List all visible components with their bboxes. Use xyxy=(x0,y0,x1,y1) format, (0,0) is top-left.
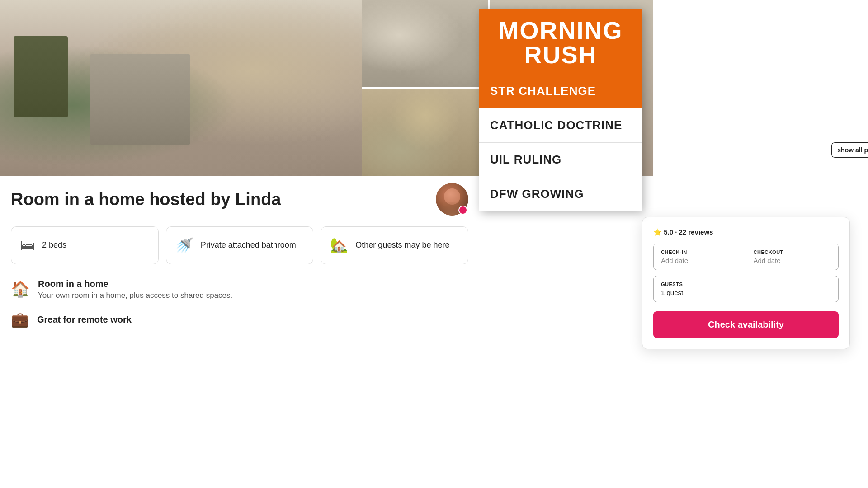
photo-side-bottom[interactable] xyxy=(362,89,488,176)
bathroom-text: Private attached bathroom xyxy=(201,240,296,250)
room-type-section: 🏠 Room in a home Your own room in a home… xyxy=(11,279,468,300)
checkin-label: CHECK-IN xyxy=(661,249,739,255)
host-avatar-wrapper[interactable] xyxy=(436,183,468,216)
guests-text: Other guests may be here xyxy=(355,240,449,250)
dfw-growing-label: DFW GROWING xyxy=(490,187,584,201)
show-all-photos-partial: show all p xyxy=(831,142,868,158)
photo-main[interactable] xyxy=(0,0,362,176)
catholic-doctrine-label: CATHOLIC DOCTRINE xyxy=(490,118,622,132)
check-row: CHECK-IN Add date CHECKOUT Add date xyxy=(653,244,839,270)
guests-icon: 🏡 xyxy=(330,237,348,254)
morning-rush-body: STR CHALLENGE CATHOLIC DOCTRINE UIL RULI… xyxy=(479,74,642,211)
checkin-value: Add date xyxy=(661,257,739,264)
listing-title: Room in a home hosted by Linda xyxy=(11,190,281,209)
feature-card-beds: 🛏 2 beds xyxy=(11,226,159,264)
checkin-cell[interactable]: CHECK-IN Add date xyxy=(654,244,746,270)
check-availability-button[interactable]: Check availability xyxy=(653,311,839,338)
morning-rush-overlay: MORNING RUSH STR CHALLENGE CATHOLIC DOCT… xyxy=(479,9,642,211)
feature-card-bathroom: 🚿 Private attached bathroom xyxy=(166,226,314,264)
guests-label: GUESTS xyxy=(661,282,831,287)
room-type-desc: Your own room in a home, plus access to … xyxy=(38,291,232,300)
booking-rating: ⭐ 5.0 · 22 reviews xyxy=(653,228,839,236)
morning-rush-header: MORNING RUSH xyxy=(479,9,642,74)
room-type-title: Room in a home xyxy=(38,279,232,289)
host-avatar-badge xyxy=(458,206,467,215)
morning-rush-title: MORNING RUSH xyxy=(490,18,631,67)
beds-text: 2 beds xyxy=(42,240,66,250)
morning-rush-item-uil-ruling[interactable]: UIL RULING xyxy=(479,143,642,177)
feature-card-guests: 🏡 Other guests may be here xyxy=(321,226,468,264)
photo-side xyxy=(362,0,488,176)
guests-row[interactable]: GUESTS 1 guest xyxy=(653,276,839,302)
remote-work-section: 💼 Great for remote work xyxy=(11,311,468,328)
remote-work-icon: 💼 xyxy=(11,311,29,328)
main-content: Room in a home hosted by Linda 🛏 2 beds … xyxy=(0,183,479,328)
beds-icon: 🛏 xyxy=(20,237,35,254)
morning-rush-item-catholic-doctrine[interactable]: CATHOLIC DOCTRINE xyxy=(479,108,642,143)
guests-value: 1 guest xyxy=(661,289,831,296)
morning-rush-item-str-challenge[interactable]: STR CHALLENGE xyxy=(479,74,642,108)
room-type-info: Room in a home Your own room in a home, … xyxy=(38,279,232,300)
checkout-label: CHECKOUT xyxy=(754,249,831,255)
bathroom-icon: 🚿 xyxy=(175,237,193,254)
photo-grid xyxy=(0,0,488,176)
checkout-cell[interactable]: CHECKOUT Add date xyxy=(746,244,839,270)
booking-panel-top: ⭐ 5.0 · 22 reviews CHECK-IN Add date CHE… xyxy=(642,217,849,302)
room-type-icon: 🏠 xyxy=(11,280,30,298)
feature-cards: 🛏 2 beds 🚿 Private attached bathroom 🏡 O… xyxy=(11,226,468,264)
uil-ruling-label: UIL RULING xyxy=(490,153,561,166)
checkout-value: Add date xyxy=(754,257,831,264)
rating-stars: 5.0 · 22 reviews xyxy=(664,228,713,236)
listing-title-row: Room in a home hosted by Linda xyxy=(11,183,468,216)
photo-side-top[interactable] xyxy=(362,0,488,87)
booking-panel: ⭐ 5.0 · 22 reviews CHECK-IN Add date CHE… xyxy=(642,217,850,349)
str-challenge-label: STR CHALLENGE xyxy=(490,84,596,98)
remote-work-text: Great for remote work xyxy=(37,314,132,325)
morning-rush-item-dfw-growing[interactable]: DFW GROWING xyxy=(479,177,642,211)
